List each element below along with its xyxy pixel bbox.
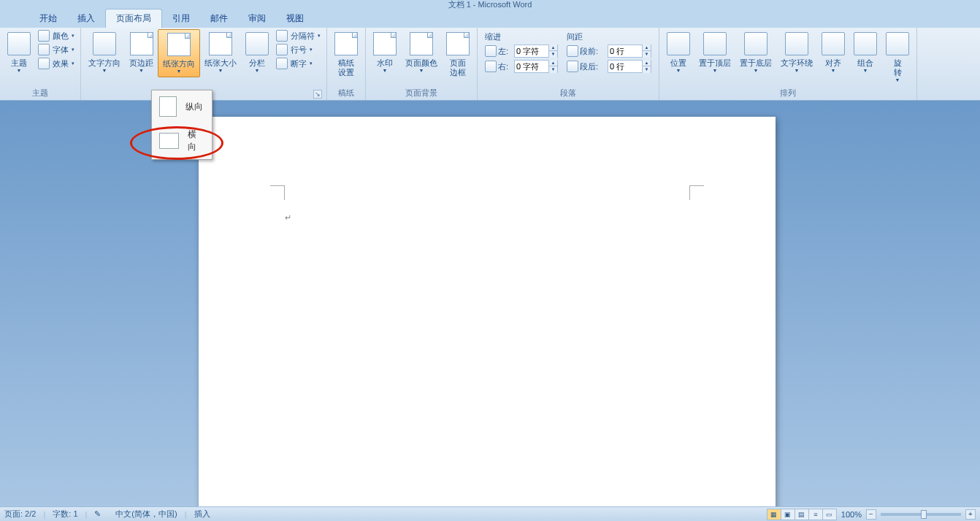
ribbon-tabs: 开始 插入 页面布局 引用 邮件 审阅 视图 [0, 9, 980, 28]
wrap-text-button[interactable]: 文字环绕▼ [776, 29, 817, 76]
indent-left-input[interactable]: ▲▼ [514, 45, 558, 58]
qat-redo-icon[interactable] [55, 0, 69, 9]
spacing-after-row: 段后: ▲▼ [567, 59, 651, 74]
rotate-label: 旋 转 [894, 58, 902, 77]
hyphenation-label: 断字 [291, 58, 307, 69]
spin-up-icon[interactable]: ▲ [548, 60, 557, 66]
spin-down-icon[interactable]: ▼ [548, 51, 557, 58]
view-draft-button[interactable]: ▭ [822, 509, 837, 520]
fonts-icon [38, 44, 50, 55]
tab-page-layout[interactable]: 页面布局 [105, 9, 162, 28]
send-back-icon [744, 32, 767, 55]
theme-effects-button[interactable]: 效果▾ [35, 57, 77, 70]
bring-front-button[interactable]: 置于顶层▼ [694, 29, 735, 76]
columns-label: 分栏 [249, 58, 265, 68]
zoom-slider[interactable] [881, 513, 961, 516]
orientation-portrait-item[interactable]: 纵向 [152, 90, 212, 123]
page-color-button[interactable]: 页面颜色▼ [401, 29, 442, 76]
group-arrange: 位置▼ 置于顶层▼ 置于底层▼ 文字环绕▼ 对齐▼ 组合▼ 旋 转▼ 排列 [659, 28, 917, 100]
status-page[interactable]: 页面: 2/2 [4, 509, 36, 520]
effects-icon [38, 58, 50, 69]
wrap-text-label: 文字环绕 [781, 58, 813, 68]
view-web-layout-button[interactable]: ▤ [795, 509, 809, 520]
ribbon: 主题 ▼ 颜色▾ 字体▾ 效果▾ 主题 文字方向▼ 页边距▼ 纸张方向▼ 纸张大… [0, 28, 980, 101]
tab-view[interactable]: 视图 [276, 9, 314, 28]
status-language[interactable]: 中文(简体，中国) [115, 509, 177, 520]
spin-down-icon[interactable]: ▼ [548, 66, 557, 73]
status-insert-mode[interactable]: 插入 [194, 509, 210, 520]
spin-up-icon[interactable]: ▲ [642, 45, 651, 51]
zoom-in-button[interactable]: + [965, 509, 976, 520]
document-page[interactable]: ↵ [199, 117, 776, 506]
spacing-after-icon [567, 61, 578, 72]
line-numbers-label: 行号 [291, 45, 307, 55]
orientation-button[interactable]: 纸张方向▼ [158, 29, 200, 77]
spin-up-icon[interactable]: ▲ [548, 45, 557, 51]
qat-undo-icon[interactable] [39, 0, 53, 9]
margins-button[interactable]: 页边距▼ [125, 29, 158, 76]
group-objects-icon [854, 32, 877, 55]
rotate-button[interactable]: 旋 转▼ [881, 29, 914, 85]
status-proofing-icon[interactable]: ✎ [94, 509, 101, 519]
breaks-icon [276, 30, 288, 42]
tab-references[interactable]: 引用 [162, 9, 200, 28]
line-numbers-button[interactable]: 行号▾ [273, 43, 324, 56]
columns-icon [245, 32, 269, 55]
themes-label: 主题 [11, 58, 27, 68]
tab-home[interactable]: 开始 [29, 9, 67, 28]
indent-right-input[interactable]: ▲▼ [514, 60, 558, 73]
spacing-after-label: 段后: [580, 61, 606, 72]
spacing-after-input[interactable]: ▲▼ [608, 60, 651, 73]
send-back-button[interactable]: 置于底层▼ [735, 29, 776, 76]
qat-save-icon[interactable] [23, 0, 37, 9]
zoom-out-button[interactable]: − [866, 509, 876, 520]
watermark-button[interactable]: 水印▼ [369, 29, 401, 76]
position-button[interactable]: 位置▼ [662, 29, 694, 76]
position-icon [667, 32, 690, 55]
page-borders-icon [446, 32, 470, 55]
tab-review[interactable]: 审阅 [238, 9, 276, 28]
page-borders-button[interactable]: 页面 边框 [442, 29, 474, 80]
hyphenation-button[interactable]: 断字▾ [273, 57, 324, 70]
orientation-label: 纸张方向 [163, 59, 195, 69]
tab-insert[interactable]: 插入 [67, 9, 105, 28]
size-button[interactable]: 纸张大小▼ [200, 29, 241, 76]
text-direction-button[interactable]: 文字方向▼ [84, 29, 125, 76]
group-objects-label: 组合 [857, 58, 873, 68]
group-manuscript: 稿纸 设置 稿纸 [327, 28, 366, 100]
indent-left-row: 左: ▲▼ [485, 44, 558, 58]
group-paragraph: 缩进 左: ▲▼ 右: ▲▼ 间距 段前: ▲▼ [478, 28, 659, 100]
group-objects-button[interactable]: 组合▼ [849, 29, 881, 76]
page-setup-launcher[interactable]: ↘ [313, 90, 322, 99]
spin-down-icon[interactable]: ▼ [642, 51, 651, 58]
zoom-thumb[interactable] [921, 510, 927, 519]
view-full-screen-button[interactable]: ▣ [781, 509, 795, 520]
orientation-landscape-item[interactable]: 横向 [152, 123, 212, 159]
spin-down-icon[interactable]: ▼ [642, 66, 651, 73]
align-icon [822, 32, 845, 55]
status-word-count[interactable]: 字数: 1 [53, 509, 77, 520]
document-area[interactable]: ↵ [0, 101, 980, 506]
columns-button[interactable]: 分栏▼ [241, 29, 273, 76]
bring-front-label: 置于顶层 [699, 58, 731, 68]
themes-icon [7, 32, 31, 55]
spin-up-icon[interactable]: ▲ [642, 60, 651, 66]
view-print-layout-button[interactable]: ▦ [767, 509, 781, 520]
view-outline-button[interactable]: ≡ [808, 509, 823, 520]
orientation-portrait-label: 纵向 [185, 101, 203, 113]
tab-mailings[interactable]: 邮件 [200, 9, 238, 28]
spacing-before-input[interactable]: ▲▼ [608, 45, 651, 58]
indent-left-label: 左: [498, 46, 513, 57]
themes-button[interactable]: 主题 ▼ [3, 29, 35, 76]
align-button[interactable]: 对齐▼ [817, 29, 849, 76]
group-page-background: 水印▼ 页面颜色▼ 页面 边框 页面背景 [366, 28, 478, 100]
theme-colors-button[interactable]: 颜色▾ [35, 29, 77, 42]
group-manuscript-label: 稿纸 [330, 86, 362, 100]
margin-corner-tl [270, 185, 285, 200]
text-direction-label: 文字方向 [88, 58, 120, 68]
breaks-button[interactable]: 分隔符▾ [273, 29, 324, 42]
zoom-level[interactable]: 100% [841, 510, 862, 519]
manuscript-button[interactable]: 稿纸 设置 [330, 29, 362, 80]
theme-fonts-button[interactable]: 字体▾ [35, 43, 77, 56]
office-button[interactable] [6, 0, 20, 9]
